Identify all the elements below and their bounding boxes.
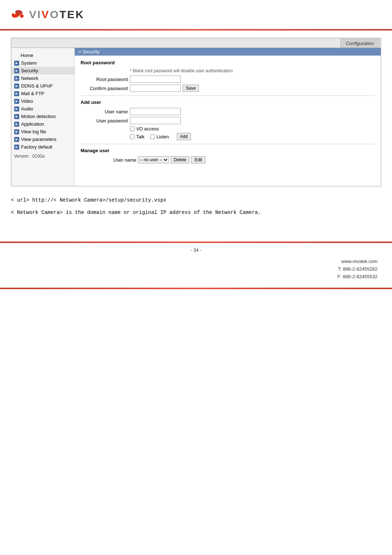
sidebar-label-security: Security [21, 68, 38, 73]
page-number: - 34 - [191, 247, 201, 253]
arrow-icon-network: ► [14, 76, 19, 81]
sidebar-label-factory: Factory default [21, 144, 52, 150]
section-divider-2 [81, 144, 375, 144]
io-access-row: I/O access [130, 126, 375, 131]
sidebar-item-system[interactable]: ► System [11, 59, 74, 67]
sidebar-item-viewparams[interactable]: ► View parameters [11, 135, 74, 143]
manage-user-row: User name -- no user -- Delete Edit [113, 156, 375, 163]
sidebar-label-network: Network [21, 76, 38, 81]
arrow-icon-mail-ftp: ► [14, 91, 19, 96]
sidebar-label-mail-ftp: Mail & FTP [21, 91, 44, 96]
url-section: < url> http://< Network Camera>/setup/se… [11, 195, 381, 218]
sidebar-label-viewparams: View parameters [21, 137, 56, 142]
sidebar-label-ddns: DDNS & UPnP [21, 83, 53, 89]
manage-username-label: User name [113, 157, 136, 163]
talk-listen-row: Talk Listen Add [130, 133, 375, 140]
footer-website: www.vivotek.com [337, 258, 377, 266]
arrow-icon-ddns: ► [14, 84, 19, 89]
vivotek-logo-icon [11, 7, 27, 23]
browser-body: Home ► System ► Security ► Network ► DDN… [11, 48, 381, 186]
root-password-title: Root password [81, 60, 375, 65]
sidebar-item-home[interactable]: Home [11, 52, 74, 59]
arrow-icon-motion: ► [14, 114, 19, 119]
sidebar-label-viewlog: View log file [21, 129, 46, 134]
userpassword-row: User password [81, 117, 375, 124]
talk-checkbox[interactable] [130, 134, 135, 139]
userpassword-input[interactable] [130, 117, 181, 124]
talk-check-item: Talk [130, 134, 144, 139]
section-divider-1 [81, 96, 375, 96]
url-line2: < Network Camera> is the domain name or … [11, 207, 381, 218]
username-row: User name [81, 108, 375, 115]
add-user-button[interactable]: Add [177, 133, 191, 140]
footer-contact: www.vivotek.com T: 886-2-82455282 F: 886… [0, 256, 392, 288]
confirm-password-input[interactable] [130, 85, 181, 92]
sidebar-version: Version : 0100a [11, 151, 74, 160]
sidebar-item-viewlog[interactable]: ► View log file [11, 128, 74, 135]
listen-check-item: Listen [150, 134, 169, 139]
arrow-icon-video: ► [14, 99, 19, 104]
sidebar-item-network[interactable]: ► Network [11, 74, 74, 82]
io-access-checkbox[interactable] [130, 126, 135, 131]
sidebar-item-application[interactable]: ► Application [11, 120, 74, 128]
config-tab-bar: Configuration [11, 38, 381, 48]
browser-window: Configuration Home ► System ► Security ►… [11, 38, 381, 186]
breadcrumb: > Security [75, 48, 381, 56]
arrow-icon-application: ► [14, 122, 19, 127]
root-password-hint: * Blank root password will disable user … [130, 68, 375, 73]
root-password-label: Root password [81, 77, 128, 82]
configuration-tab[interactable]: Configuration [340, 39, 379, 48]
content-panel: > Security Root password * Blank root pa… [75, 48, 381, 186]
footer-dividers: - 34 - www.vivotek.com T: 886-2-82455282… [0, 242, 392, 289]
arrow-icon-viewlog: ► [14, 129, 19, 134]
username-input[interactable] [130, 108, 181, 115]
username-label: User name [81, 109, 128, 114]
logo-area: VIVOTEK [11, 7, 381, 23]
userpassword-label: User password [81, 118, 128, 123]
manage-user-dropdown[interactable]: -- no user -- [138, 156, 169, 163]
main-content: Configuration Home ► System ► Security ►… [0, 31, 392, 227]
footer-content: - 34 - [0, 243, 392, 256]
sidebar: Home ► System ► Security ► Network ► DDN… [11, 48, 75, 186]
sidebar-item-mail-ftp[interactable]: ► Mail & FTP [11, 90, 74, 97]
sidebar-label-application: Application [21, 121, 44, 127]
svg-point-3 [13, 12, 16, 14]
sidebar-item-security[interactable]: ► Security [11, 67, 74, 74]
confirm-password-row: Confirm password Save [81, 85, 375, 92]
listen-checkbox[interactable] [150, 134, 155, 139]
arrow-icon-factory: ► [14, 145, 19, 150]
confirm-password-label: Confirm password [81, 86, 128, 91]
save-button[interactable]: Save [183, 85, 199, 92]
logo-text: VIVOTEK [29, 8, 85, 21]
root-password-input[interactable] [130, 76, 181, 83]
sidebar-item-motion[interactable]: ► Motion detection [11, 113, 74, 120]
talk-label: Talk [136, 134, 144, 139]
edit-user-button[interactable]: Edit [191, 156, 205, 163]
footer-phone: T: 886-2-82455282 [337, 266, 377, 273]
bottom-divider-bottom [0, 288, 392, 289]
arrow-icon-security: ► [14, 68, 19, 73]
sidebar-item-audio[interactable]: ► Audio [11, 105, 74, 113]
svg-point-2 [20, 14, 24, 18]
sidebar-item-factory[interactable]: ► Factory default [11, 143, 74, 151]
sidebar-item-video[interactable]: ► Video [11, 97, 74, 105]
sidebar-label-audio: Audio [21, 106, 33, 112]
url-line1: < url> http://< Network Camera>/setup/se… [11, 195, 381, 205]
root-password-row: Root password [81, 76, 375, 83]
contact-info: www.vivotek.com T: 886-2-82455282 F: 886… [337, 258, 377, 280]
footer-fax: F: 886-2-82455532 [337, 273, 377, 281]
arrow-icon-system: ► [14, 61, 19, 66]
io-access-label: I/O access [136, 126, 159, 131]
sidebar-label-video: Video [21, 98, 33, 104]
arrow-icon-viewparams: ► [14, 137, 19, 142]
sidebar-label-motion: Motion detection [21, 114, 56, 119]
header: VIVOTEK [0, 0, 392, 29]
listen-label: Listen [156, 134, 169, 139]
sidebar-item-ddns[interactable]: ► DDNS & UPnP [11, 82, 74, 90]
sidebar-label-system: System [21, 60, 37, 66]
add-user-title: Add user [81, 100, 375, 105]
manage-user-title: Manage user [81, 148, 375, 153]
arrow-icon-audio: ► [14, 106, 19, 112]
delete-user-button[interactable]: Delete [171, 156, 190, 163]
